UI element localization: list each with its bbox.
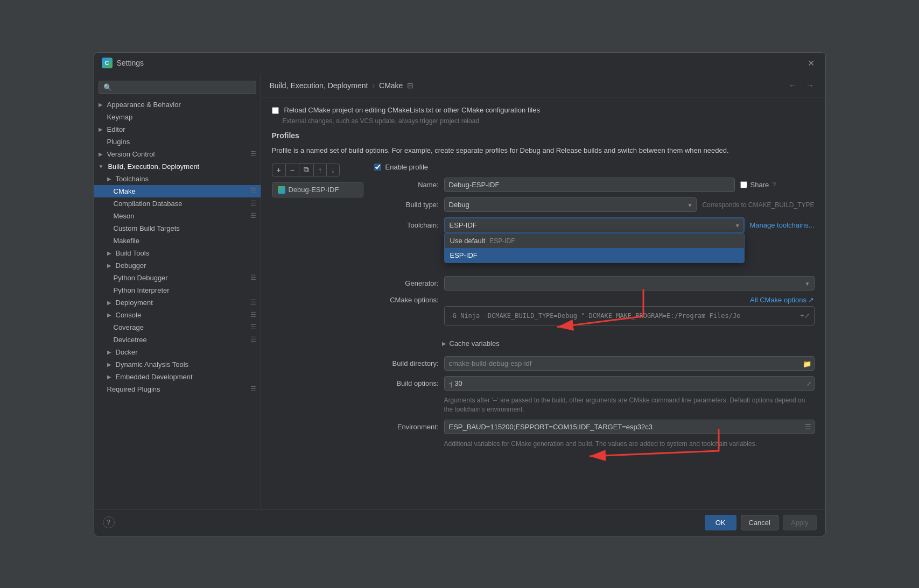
- toolchain-dropdown-container: ESP-IDF ▼ Use default ESP-IDF: [444, 217, 745, 233]
- sidebar-item-debugger[interactable]: Debugger: [94, 259, 261, 272]
- sidebar-item-python-interpreter[interactable]: Python Interpreter: [94, 284, 261, 296]
- sidebar-item-docker[interactable]: Docker: [94, 346, 261, 358]
- sidebar-item-label: Python Interpreter: [114, 286, 170, 294]
- search-input[interactable]: [115, 83, 251, 91]
- sidebar-item-meson[interactable]: Meson ☰: [94, 210, 261, 222]
- move-up-button[interactable]: ↑: [313, 164, 326, 176]
- move-down-button[interactable]: ↓: [326, 164, 340, 176]
- sidebar-item-python-debugger[interactable]: Python Debugger ☰: [94, 272, 261, 284]
- sidebar-item-required-plugins[interactable]: Required Plugins ☰: [94, 383, 261, 395]
- generator-select[interactable]: [444, 276, 815, 291]
- sidebar-item-cmake[interactable]: CMake ☰: [94, 185, 261, 197]
- apply-button[interactable]: Apply: [783, 515, 817, 530]
- dropdown-item-sub: ESP-IDF: [489, 237, 515, 245]
- enable-profile-checkbox[interactable]: [374, 164, 381, 171]
- share-checkbox[interactable]: [740, 181, 747, 188]
- env-input[interactable]: [444, 420, 815, 434]
- build-opts-expand-icon[interactable]: ⤢: [806, 380, 811, 387]
- remove-profile-button[interactable]: −: [285, 164, 299, 176]
- breadcrumb-separator: ›: [372, 81, 375, 90]
- sidebar-item-deployment[interactable]: Deployment ☰: [94, 296, 261, 309]
- sidebar-item-makefile[interactable]: Makefile: [94, 235, 261, 247]
- nav-badge: ☰: [250, 274, 256, 281]
- title-bar-left: C Settings: [102, 58, 144, 68]
- cmake-fullscreen-icon[interactable]: ⤢: [804, 312, 810, 320]
- panel-body: Reload CMake project on editing CMakeLis…: [261, 97, 825, 509]
- build-dir-label: Build directory:: [374, 359, 439, 367]
- sidebar-item-version-control[interactable]: Version Control ☰: [94, 148, 261, 160]
- dropdown-item-esp-idf[interactable]: ESP-IDF: [445, 248, 744, 263]
- back-button[interactable]: ←: [787, 80, 799, 91]
- sidebar-item-compilation-db[interactable]: Compilation Database ☰: [94, 197, 261, 210]
- cmake-options-value: -G Ninja -DCMAKE_BUILD_TYPE=Debug "-DCMA…: [449, 312, 797, 320]
- chevron-icon: [99, 102, 103, 108]
- sidebar-item-label: Keymap: [107, 113, 133, 121]
- cache-chevron-icon: ▶: [442, 341, 446, 346]
- search-box[interactable]: 🔍: [99, 81, 256, 94]
- close-button[interactable]: ✕: [804, 57, 818, 69]
- sidebar-item-devicetree[interactable]: Devicetree ☰: [94, 334, 261, 346]
- cmake-options-row: -G Ninja -DCMAKE_BUILD_TYPE=Debug "-DCMA…: [374, 306, 815, 331]
- chevron-icon: [107, 300, 111, 306]
- copy-profile-button[interactable]: ⧉: [299, 163, 313, 176]
- sidebar: 🔍 Appearance & Behavior Keymap Editor Pl…: [94, 74, 261, 509]
- build-opts-input[interactable]: [444, 376, 815, 391]
- sidebar-item-toolchains[interactable]: Toolchains: [94, 173, 261, 185]
- folder-icon[interactable]: 📁: [803, 359, 811, 367]
- all-cmake-options-link[interactable]: All CMake options ↗: [750, 296, 814, 304]
- settings-dialog: C Settings ✕ 🔍 Appearance & Behavior Key…: [94, 52, 826, 536]
- sidebar-item-label: Plugins: [107, 138, 130, 146]
- dropdown-item-label: ESP-IDF: [450, 251, 478, 259]
- manage-toolchains-link[interactable]: Manage toolchains...: [750, 221, 815, 229]
- build-dir-input-wrap: 📁: [444, 356, 815, 371]
- right-panel: Build, Execution, Deployment › CMake ⊟ ←…: [261, 74, 825, 509]
- sidebar-item-keymap[interactable]: Keymap: [94, 111, 261, 123]
- forward-button[interactable]: →: [804, 80, 817, 91]
- sidebar-item-editor[interactable]: Editor: [94, 123, 261, 136]
- name-label: Name:: [374, 181, 439, 189]
- sidebar-item-dynamic-analysis[interactable]: Dynamic Analysis Tools: [94, 358, 261, 371]
- ok-button[interactable]: OK: [705, 515, 736, 530]
- reload-checkbox[interactable]: [272, 107, 279, 114]
- sidebar-item-build-exec-deploy[interactable]: Build, Execution, Deployment: [94, 160, 261, 173]
- chevron-icon: [99, 151, 103, 157]
- build-dir-input[interactable]: [444, 356, 815, 371]
- toolchain-select[interactable]: ESP-IDF: [444, 217, 745, 233]
- cache-variables-row[interactable]: ▶ Cache variables: [374, 336, 815, 351]
- cmake-expand-icon[interactable]: +: [800, 312, 804, 320]
- sidebar-item-label: Debugger: [116, 261, 146, 270]
- sidebar-item-label: Makefile: [114, 237, 139, 245]
- profile-item[interactable]: Debug-ESP-IDF: [272, 182, 363, 197]
- build-type-row: Build type: Debug ▼ Corresponds to CMAKE…: [374, 197, 815, 212]
- env-edit-icon[interactable]: ☰: [805, 423, 811, 431]
- sidebar-item-appearance[interactable]: Appearance & Behavior: [94, 98, 261, 111]
- tab-pin-icon[interactable]: ⊟: [407, 81, 413, 90]
- dialog-title: Settings: [117, 59, 144, 67]
- cancel-button[interactable]: Cancel: [741, 515, 778, 530]
- sidebar-item-label: Dynamic Analysis Tools: [116, 360, 189, 369]
- share-checkbox-wrap: Share ?: [740, 181, 776, 189]
- sidebar-item-custom-build-targets[interactable]: Custom Build Targets: [94, 222, 261, 235]
- build-type-select[interactable]: Debug: [444, 197, 697, 212]
- sidebar-item-label: Editor: [107, 125, 125, 133]
- build-type-select-wrapper: Debug ▼: [444, 197, 697, 212]
- build-type-hint: Corresponds to CMAKE_BUILD_TYPE: [702, 201, 814, 209]
- build-type-label: Build type:: [374, 201, 439, 209]
- help-button[interactable]: ?: [103, 516, 115, 528]
- breadcrumb-parent: Build, Execution, Deployment: [270, 81, 368, 90]
- sidebar-item-build-tools[interactable]: Build Tools: [94, 247, 261, 259]
- dropdown-item-use-default[interactable]: Use default ESP-IDF: [445, 233, 744, 248]
- add-profile-button[interactable]: +: [272, 164, 285, 176]
- search-icon: 🔍: [103, 83, 112, 91]
- chevron-icon: [107, 312, 111, 318]
- sidebar-item-label: Meson: [114, 212, 135, 220]
- sidebar-item-console[interactable]: Console ☰: [94, 309, 261, 321]
- enable-profile-label: Enable profile: [385, 163, 429, 171]
- env-input-wrap: ☰: [444, 420, 815, 434]
- sidebar-item-label: Deployment: [116, 299, 153, 307]
- sidebar-item-coverage[interactable]: Coverage ☰: [94, 321, 261, 334]
- sidebar-item-plugins[interactable]: Plugins: [94, 136, 261, 148]
- app-icon: C: [102, 58, 113, 68]
- sidebar-item-embedded-dev[interactable]: Embedded Development: [94, 371, 261, 383]
- name-input[interactable]: [444, 178, 735, 192]
